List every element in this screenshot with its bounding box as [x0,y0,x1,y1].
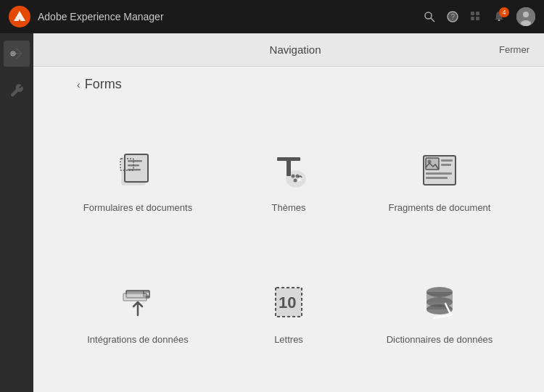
nav-grid: Formulaires et documents [33,99,544,392]
avatar-button[interactable] [516,7,535,26]
app-title: Adobe Experience Manager [38,11,416,22]
help-button[interactable]: ? [447,11,458,22]
svg-point-22 [292,174,295,178]
svg-rect-7 [476,17,479,20]
svg-line-1 [431,18,434,22]
svg-point-11 [521,20,531,26]
grid-button[interactable] [470,11,482,22]
nav-item-integrations[interactable]: Intégrations de données [62,246,213,378]
svg-rect-27 [426,158,439,170]
nav-title: Navigation [91,43,499,56]
dictionnaires-label: Dictionnaires de données [387,334,493,345]
nav-item-lettres[interactable]: 10 Lettres [213,246,364,378]
svg-rect-30 [441,164,451,166]
sidebar [0,33,33,392]
notification-button[interactable]: 4 [493,11,505,22]
breadcrumb-label: Forms [85,77,122,92]
lettres-label: Lettres [274,334,303,345]
search-button[interactable] [424,11,435,22]
nav-item-themes[interactable]: Thèmes [213,114,364,246]
topbar: Adobe Experience Manager ? [0,0,544,33]
svg-text:?: ? [451,13,456,21]
svg-point-10 [523,12,529,17]
svg-rect-31 [426,172,452,175]
svg-rect-5 [476,12,479,15]
breadcrumb: ‹ Forms [33,67,544,99]
nav-item-formulaires[interactable]: Formulaires et documents [62,114,213,246]
main-layout: Navigation Fermer ‹ Forms [0,33,544,392]
themes-label: Thèmes [272,202,306,213]
fragments-label: Fragments de document [389,202,491,213]
sidebar-item-tools[interactable] [4,77,30,103]
nav-item-dictionnaires[interactable]: Dictionnaires de données [364,246,515,378]
svg-text:10: 10 [279,293,296,312]
fragments-icon [416,147,463,193]
svg-rect-35 [123,293,147,301]
dictionnaires-icon [416,279,463,325]
svg-rect-6 [471,17,474,20]
close-button[interactable]: Fermer [499,44,529,55]
svg-point-0 [425,12,432,19]
svg-rect-32 [426,177,448,179]
svg-rect-4 [471,12,474,15]
content-area: Navigation Fermer ‹ Forms [33,33,544,392]
notification-badge: 4 [499,7,509,17]
svg-rect-34 [126,291,149,293]
back-arrow[interactable]: ‹ [77,79,81,91]
lettres-icon: 10 [265,279,312,325]
nav-header: Navigation Fermer [33,33,544,67]
svg-point-25 [298,178,301,181]
formulaires-label: Formulaires et documents [83,202,192,213]
top-icons: ? 4 [424,7,535,26]
svg-line-43 [434,315,451,318]
svg-point-24 [294,178,297,182]
svg-rect-29 [441,159,453,162]
svg-rect-15 [128,160,142,162]
integrations-label: Intégrations de données [87,334,189,345]
svg-rect-8 [498,20,500,21]
logo [9,6,30,28]
forms-icon [115,147,161,193]
sidebar-item-nav[interactable] [4,41,30,67]
nav-item-fragments[interactable]: Fragments de document [364,114,515,246]
integrations-icon [115,279,161,325]
themes-icon [265,147,312,193]
